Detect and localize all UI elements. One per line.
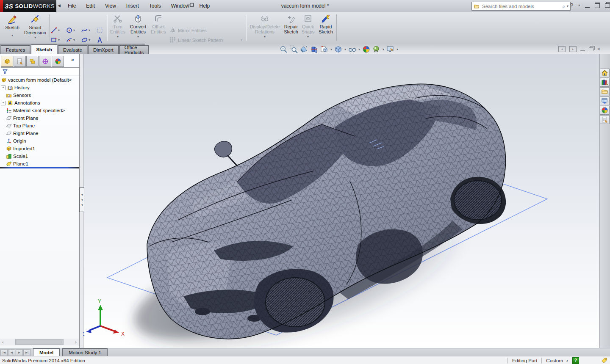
expand-icon[interactable]: +	[1, 101, 6, 105]
configurationmanager-tab[interactable]	[26, 56, 39, 67]
hide-show-caret-icon[interactable]: ▾	[358, 48, 360, 51]
arc-tool-icon[interactable]	[66, 37, 72, 43]
dimxpertmanager-tab[interactable]	[39, 56, 51, 67]
menu-tools[interactable]: Tools	[144, 3, 166, 9]
graphics-area[interactable]: Y X Z	[83, 54, 599, 348]
solidworks-resources-button[interactable]	[600, 69, 610, 77]
maximize-button[interactable]	[595, 3, 600, 8]
model-view[interactable]: Y X Z	[83, 54, 599, 348]
circle-tool-icon[interactable]	[66, 27, 72, 33]
menu-file[interactable]: File	[63, 3, 81, 9]
pane-left-button[interactable]: ◂	[558, 46, 566, 52]
custom-properties-button[interactable]	[600, 115, 610, 124]
car-model[interactable]	[140, 80, 513, 347]
nav-last-button[interactable]: ▶|	[23, 349, 30, 356]
doc-restore-button[interactable]	[589, 47, 593, 51]
expand-icon[interactable]: +	[1, 85, 6, 90]
tree-item-annotations[interactable]: + Annotations	[0, 99, 79, 107]
view-settings-icon[interactable]	[372, 45, 380, 53]
sketch-button[interactable]: Sketch ▾	[3, 14, 22, 37]
doc-close-button[interactable]: ×	[597, 47, 600, 51]
menu-back-arrow-icon[interactable]: ◀	[58, 3, 61, 8]
scrollbar-thumb[interactable]	[15, 339, 64, 345]
sketch-caret-icon[interactable]: ▾	[11, 34, 13, 37]
ellipse-caret-icon[interactable]: ▾	[89, 39, 90, 42]
tree-item-sensors[interactable]: Sensors	[0, 91, 79, 99]
quick-snaps-caret-icon[interactable]: ▾	[307, 35, 309, 39]
ellipse-tool-icon[interactable]	[81, 37, 88, 43]
tree-item-history[interactable]: + History	[0, 84, 79, 91]
propertymanager-tab[interactable]	[14, 56, 26, 67]
help-caret-icon[interactable]: ▾	[578, 4, 580, 7]
convert-caret-icon[interactable]: ▾	[137, 35, 139, 39]
view-orientation-icon[interactable]	[320, 45, 328, 53]
display-style-caret-icon[interactable]: ▾	[344, 48, 346, 51]
restore-button[interactable]	[605, 3, 610, 8]
edit-appearance-icon[interactable]	[386, 45, 394, 53]
spline-tool-icon[interactable]	[81, 27, 88, 33]
repair-sketch-button[interactable]: Repair Sketch	[282, 14, 300, 34]
tree-item-top-plane[interactable]: Top Plane	[0, 122, 79, 130]
tag-icon[interactable]	[601, 357, 607, 364]
tree-item-plane1[interactable]: Plane1	[0, 160, 79, 168]
offset-entities-button[interactable]: Offset Entities	[149, 14, 168, 34]
display-style-icon[interactable]	[334, 45, 342, 53]
tree-filter-box[interactable]	[1, 67, 79, 75]
tree-item-right-plane[interactable]: Right Plane	[0, 130, 79, 137]
linear-pattern-caret-icon[interactable]: ▾	[241, 39, 242, 42]
featuremanager-tab[interactable]	[1, 56, 13, 67]
tree-item-front-plane[interactable]: Front Plane	[0, 114, 79, 122]
rectangle-caret-icon[interactable]: ▾	[58, 39, 60, 42]
circle-caret-icon[interactable]: ▾	[73, 29, 75, 32]
quick-snaps-button[interactable]: Quick Snaps ▾	[300, 14, 316, 39]
minimize-button[interactable]	[585, 3, 590, 8]
view-palette-button[interactable]	[600, 97, 610, 105]
nav-first-button[interactable]: |◀	[0, 349, 8, 356]
panel-horizontal-scrollbar[interactable]: ‹ ›	[0, 339, 79, 345]
menu-insert[interactable]: Insert	[121, 3, 144, 9]
file-explorer-button[interactable]	[600, 87, 610, 96]
scroll-left-icon[interactable]: ‹	[0, 340, 6, 345]
tab-features[interactable]: Features	[1, 45, 30, 54]
model-tab[interactable]: Model	[33, 348, 60, 356]
scroll-right-icon[interactable]: ›	[73, 340, 79, 345]
help-button[interactable]: ?	[570, 2, 573, 8]
panel-collapse-handle[interactable]: ◂ ◂ ◂	[79, 188, 84, 212]
menu-view[interactable]: View	[100, 3, 121, 9]
section-view-icon[interactable]	[310, 45, 318, 53]
line-caret-icon[interactable]: ▾	[58, 29, 60, 32]
view-orientation-caret-icon[interactable]: ▾	[330, 48, 332, 51]
nav-next-button[interactable]: ▶	[16, 349, 23, 356]
menu-help[interactable]: Help	[194, 3, 215, 9]
motion-study-tab[interactable]: Motion Study 1	[62, 348, 108, 356]
display-delete-relations-button[interactable]: Display/Delete Relations ▾	[248, 14, 281, 39]
trim-caret-icon[interactable]: ▾	[117, 35, 119, 39]
mirror-entities-button[interactable]: Mirror Entities	[169, 25, 242, 35]
select-region-tool-icon[interactable]	[97, 27, 103, 33]
quick-tips-button[interactable]: ?	[572, 357, 579, 364]
search-caret-icon[interactable]: ▾	[567, 5, 568, 8]
zoom-to-area-icon[interactable]	[290, 45, 298, 53]
tab-dimxpert[interactable]: DimXpert	[88, 45, 119, 54]
search-input[interactable]	[481, 3, 560, 9]
search-box[interactable]: ⌕ ▾	[471, 2, 571, 11]
pane-right-button[interactable]: ▸	[569, 46, 577, 52]
rectangle-tool-icon[interactable]	[51, 37, 57, 43]
line-tool-icon[interactable]	[51, 27, 57, 33]
hide-show-items-icon[interactable]	[348, 45, 356, 53]
trim-entities-button[interactable]: Trim Entities ▾	[108, 14, 127, 39]
smart-dimension-button[interactable]: Smart Dimension ▾	[23, 14, 47, 39]
view-settings-caret-icon[interactable]: ▾	[383, 48, 384, 51]
tree-item-imported1[interactable]: Imported1	[0, 145, 79, 152]
tab-sketch[interactable]: Sketch	[31, 44, 57, 54]
rollback-bar[interactable]	[0, 167, 79, 168]
arc-caret-icon[interactable]: ▾	[73, 39, 75, 42]
panel-overflow-button[interactable]: »	[71, 57, 74, 63]
menu-edit[interactable]: Edit	[81, 3, 100, 9]
tree-item-material[interactable]: Material <not specified>	[0, 107, 79, 114]
appearances-button[interactable]	[600, 106, 610, 115]
nav-prev-button[interactable]: ◀	[8, 349, 15, 356]
zoom-to-fit-icon[interactable]	[280, 45, 288, 53]
search-folder-icon[interactable]	[474, 3, 480, 9]
previous-view-icon[interactable]	[300, 45, 308, 53]
